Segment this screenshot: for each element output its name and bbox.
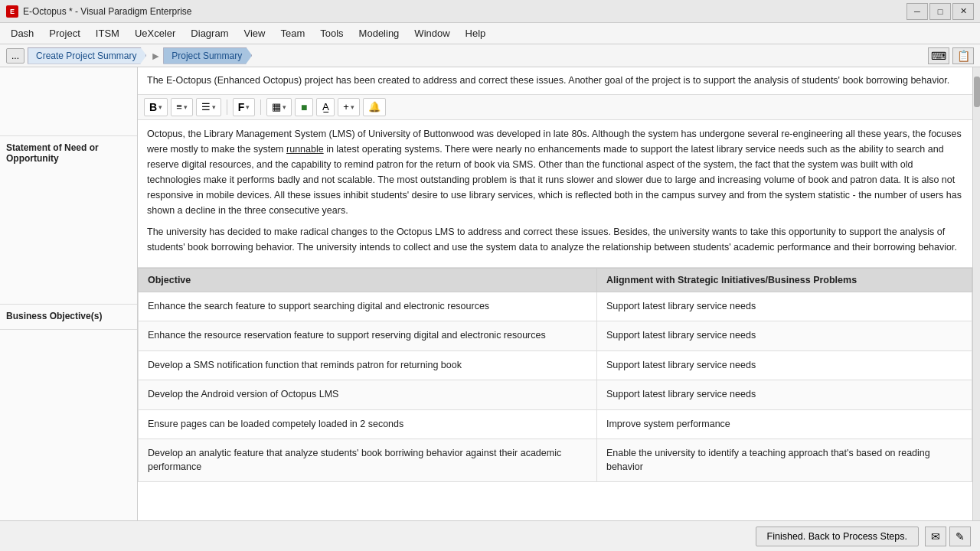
scroll-track[interactable] <box>972 67 980 551</box>
bottom-icons: ✉ ✎ <box>925 527 971 546</box>
menu-help[interactable]: Help <box>458 25 494 41</box>
alignment-cell: Support latest library service needs <box>596 350 972 380</box>
breadcrumb-separator: ► <box>150 50 161 62</box>
objectives-section: Objective Alignment with Strategic Initi… <box>138 268 972 483</box>
edit-icon-button[interactable]: ✎ <box>949 527 971 546</box>
app-icon: E <box>6 5 18 18</box>
table-row: Develop a SMS notification function that… <box>139 350 972 380</box>
statement-text-section: Octopus, the Library Management System (… <box>138 120 972 268</box>
menu-window[interactable]: Window <box>407 25 457 41</box>
objective-cell: Develop the Android version of Octopus L… <box>139 380 597 410</box>
menu-itsm[interactable]: ITSM <box>88 25 127 41</box>
top-text-section: The E-Octopus (Enhanced Octopus) project… <box>138 67 972 95</box>
alignment-col-header: Alignment with Strategic Initiatives/Bus… <box>596 268 972 292</box>
alignment-cell: Improve system performance <box>596 409 972 439</box>
bold-button[interactable]: B▾ <box>144 98 168 116</box>
menu-team[interactable]: Team <box>273 25 312 41</box>
statement-paragraph-1: Octopus, the Library Management System (… <box>147 126 963 218</box>
objective-cell: Develop an analytic feature that analyze… <box>139 439 597 482</box>
menu-view[interactable]: View <box>236 25 273 41</box>
menu-dash[interactable]: Dash <box>3 25 41 41</box>
bell-button[interactable]: 🔔 <box>363 98 386 116</box>
toolbar-separator-2 <box>260 99 261 115</box>
toolbar-separator-1 <box>227 99 227 115</box>
breadcrumb-icons: ⌨ 📋 <box>928 47 974 64</box>
statement-label: Statement of Need or Opportunity <box>6 142 131 164</box>
window-controls: ─ □ ✕ <box>906 3 974 20</box>
alignment-cell: Enable the university to identify a teac… <box>596 439 972 482</box>
title-bar: E E-Octopus * - Visual Paradigm Enterpri… <box>0 0 980 23</box>
table-row: Develop an analytic feature that analyze… <box>139 439 972 482</box>
email-icon-button[interactable]: ✉ <box>925 527 946 546</box>
breadcrumb-project-summary[interactable]: Project Summary <box>163 47 252 64</box>
objective-cell: Enhance the search feature to support se… <box>139 292 597 321</box>
close-button[interactable]: ✕ <box>952 3 974 20</box>
alignment-cell: Support latest library service needs <box>596 321 972 351</box>
formatting-toolbar: B▾ ≡▾ ☰▾ F▾ ▦▾ ■ A̲ +▾ 🔔 <box>138 95 972 120</box>
font-color-button[interactable]: A̲ <box>316 98 335 116</box>
breadcrumb-more-button[interactable]: ... <box>6 48 24 64</box>
objectives-label-cell: Business Objective(s) <box>0 305 137 330</box>
list-button[interactable]: ☰▾ <box>196 98 221 116</box>
bottom-bar: Finished. Back to Process Steps. ✉ ✎ <box>0 520 980 551</box>
menu-tools[interactable]: Tools <box>312 25 351 41</box>
table-row: Enhance the search feature to support se… <box>139 292 972 321</box>
objective-cell: Ensure pages can be loaded competely loa… <box>139 409 597 439</box>
menu-uexceler[interactable]: UeXceler <box>127 25 183 41</box>
objectives-table: Objective Alignment with Strategic Initi… <box>138 268 972 483</box>
menu-modeling[interactable]: Modeling <box>351 25 407 41</box>
top-label-cell <box>0 67 137 136</box>
menu-project[interactable]: Project <box>41 25 87 41</box>
color-button[interactable]: ■ <box>295 98 313 116</box>
minimize-button[interactable]: ─ <box>906 3 928 20</box>
table-row: Ensure pages can be loaded competely loa… <box>139 409 972 439</box>
table-row: Develop the Android version of Octopus L… <box>139 380 972 410</box>
app-title: E-Octopus * - Visual Paradigm Enterprise <box>23 6 192 17</box>
font-button[interactable]: F▾ <box>233 98 256 116</box>
breadcrumb-keyboard-icon[interactable]: ⌨ <box>928 47 949 64</box>
statement-paragraph-2: The university has decided to make radic… <box>147 224 963 255</box>
maximize-button[interactable]: □ <box>929 3 951 20</box>
main-content: Statement of Need or Opportunity Busines… <box>0 67 980 551</box>
align-button[interactable]: ≡▾ <box>171 98 193 116</box>
alignment-cell: Support latest library service needs <box>596 292 972 321</box>
obj-col-header: Objective <box>139 268 597 292</box>
title-bar-left: E E-Octopus * - Visual Paradigm Enterpri… <box>6 5 192 18</box>
top-text-content: The E-Octopus (Enhanced Octopus) project… <box>147 75 949 86</box>
objectives-label: Business Objective(s) <box>6 311 102 321</box>
breadcrumb-settings-icon[interactable]: 📋 <box>952 47 974 64</box>
content-column[interactable]: The E-Octopus (Enhanced Octopus) project… <box>138 67 972 551</box>
finished-button[interactable]: Finished. Back to Process Steps. <box>756 527 919 546</box>
alignment-cell: Support latest library service needs <box>596 380 972 410</box>
objective-cell: Enhance the resource reservation feature… <box>139 321 597 351</box>
menu-bar: Dash Project ITSM UeXceler Diagram View … <box>0 23 980 44</box>
scroll-thumb[interactable] <box>974 77 980 107</box>
breadcrumb-bar: ... Create Project Summary ► Project Sum… <box>0 44 980 67</box>
menu-diagram[interactable]: Diagram <box>183 25 236 41</box>
insert-button[interactable]: +▾ <box>338 98 360 116</box>
statement-label-cell: Statement of Need or Opportunity <box>0 136 137 305</box>
table-row: Enhance the resource reservation feature… <box>139 321 972 351</box>
table-button[interactable]: ▦▾ <box>266 98 292 116</box>
objective-cell: Develop a SMS notification function that… <box>139 350 597 380</box>
breadcrumb-create-project[interactable]: Create Project Summary <box>28 47 146 64</box>
label-column: Statement of Need or Opportunity Busines… <box>0 67 138 551</box>
underline-text: runnable <box>286 144 324 155</box>
